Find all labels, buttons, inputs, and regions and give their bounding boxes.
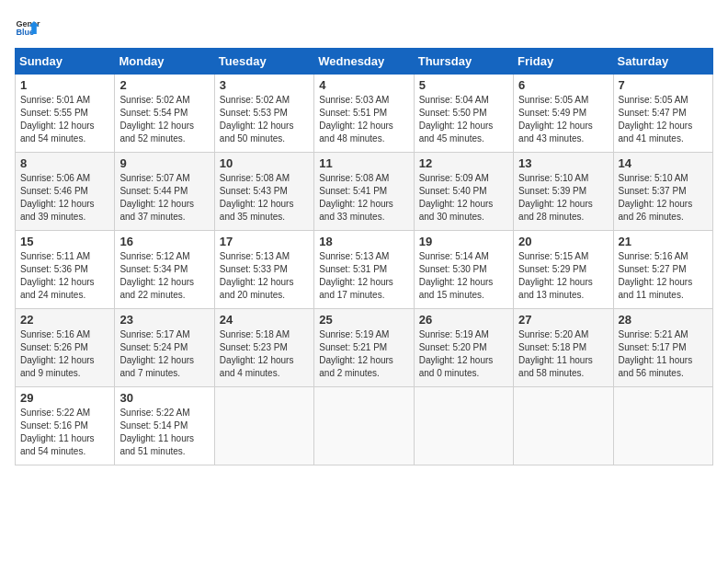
calendar-cell: 27 Sunrise: 5:20 AM Sunset: 5:18 PM Dayl… bbox=[514, 309, 613, 387]
calendar-cell: 11 Sunrise: 5:08 AM Sunset: 5:41 PM Dayl… bbox=[314, 153, 414, 231]
calendar-cell: 23 Sunrise: 5:17 AM Sunset: 5:24 PM Dayl… bbox=[115, 309, 214, 387]
calendar-cell: 18 Sunrise: 5:13 AM Sunset: 5:31 PM Dayl… bbox=[314, 231, 414, 309]
calendar-cell: 19 Sunrise: 5:14 AM Sunset: 5:30 PM Dayl… bbox=[414, 231, 513, 309]
calendar-header-row: SundayMondayTuesdayWednesdayThursdayFrid… bbox=[16, 49, 713, 75]
day-number: 11 bbox=[319, 156, 408, 170]
calendar-cell: 2 Sunrise: 5:02 AM Sunset: 5:54 PM Dayli… bbox=[115, 75, 214, 153]
calendar-cell: 9 Sunrise: 5:07 AM Sunset: 5:44 PM Dayli… bbox=[115, 153, 214, 231]
logo: General Blue bbox=[15, 15, 40, 40]
calendar-cell: 4 Sunrise: 5:03 AM Sunset: 5:51 PM Dayli… bbox=[314, 75, 414, 153]
calendar-cell: 26 Sunrise: 5:19 AM Sunset: 5:20 PM Dayl… bbox=[414, 309, 513, 387]
day-info: Sunrise: 5:15 AM Sunset: 5:29 PM Dayligh… bbox=[518, 250, 608, 302]
calendar-body: 1 Sunrise: 5:01 AM Sunset: 5:55 PM Dayli… bbox=[16, 75, 713, 465]
calendar-cell: 10 Sunrise: 5:08 AM Sunset: 5:43 PM Dayl… bbox=[214, 153, 313, 231]
calendar-cell: 5 Sunrise: 5:04 AM Sunset: 5:50 PM Dayli… bbox=[414, 75, 513, 153]
day-number: 4 bbox=[319, 78, 408, 92]
day-info: Sunrise: 5:22 AM Sunset: 5:16 PM Dayligh… bbox=[20, 407, 109, 458]
day-info: Sunrise: 5:10 AM Sunset: 5:39 PM Dayligh… bbox=[518, 172, 608, 224]
day-info: Sunrise: 5:02 AM Sunset: 5:53 PM Dayligh… bbox=[220, 94, 309, 145]
day-number: 13 bbox=[518, 156, 608, 170]
day-number: 10 bbox=[220, 156, 309, 170]
day-number: 21 bbox=[619, 235, 708, 248]
calendar-cell: 17 Sunrise: 5:13 AM Sunset: 5:33 PM Dayl… bbox=[214, 231, 313, 309]
day-info: Sunrise: 5:20 AM Sunset: 5:18 PM Dayligh… bbox=[518, 328, 608, 380]
calendar-week-row: 15 Sunrise: 5:11 AM Sunset: 5:36 PM Dayl… bbox=[16, 231, 713, 309]
calendar-cell: 29 Sunrise: 5:22 AM Sunset: 5:16 PM Dayl… bbox=[16, 387, 115, 465]
calendar-cell bbox=[514, 387, 613, 465]
calendar-cell: 14 Sunrise: 5:10 AM Sunset: 5:37 PM Dayl… bbox=[613, 153, 712, 231]
calendar-cell: 30 Sunrise: 5:22 AM Sunset: 5:14 PM Dayl… bbox=[115, 387, 214, 465]
calendar: SundayMondayTuesdayWednesdayThursdayFrid… bbox=[15, 48, 713, 465]
day-info: Sunrise: 5:05 AM Sunset: 5:47 PM Dayligh… bbox=[619, 94, 708, 145]
calendar-cell: 1 Sunrise: 5:01 AM Sunset: 5:55 PM Dayli… bbox=[16, 75, 115, 153]
calendar-week-row: 1 Sunrise: 5:01 AM Sunset: 5:55 PM Dayli… bbox=[16, 75, 713, 153]
day-info: Sunrise: 5:06 AM Sunset: 5:46 PM Dayligh… bbox=[20, 172, 109, 224]
day-number: 15 bbox=[20, 235, 109, 248]
day-number: 30 bbox=[119, 391, 209, 405]
day-info: Sunrise: 5:19 AM Sunset: 5:20 PM Dayligh… bbox=[419, 328, 508, 380]
day-number: 1 bbox=[20, 78, 109, 92]
day-number: 19 bbox=[419, 235, 508, 248]
day-info: Sunrise: 5:13 AM Sunset: 5:33 PM Dayligh… bbox=[220, 250, 309, 302]
day-number: 22 bbox=[20, 313, 109, 327]
weekday-header: Sunday bbox=[16, 49, 115, 75]
calendar-cell: 7 Sunrise: 5:05 AM Sunset: 5:47 PM Dayli… bbox=[613, 75, 712, 153]
calendar-cell: 13 Sunrise: 5:10 AM Sunset: 5:39 PM Dayl… bbox=[514, 153, 613, 231]
calendar-cell: 25 Sunrise: 5:19 AM Sunset: 5:21 PM Dayl… bbox=[314, 309, 414, 387]
day-info: Sunrise: 5:10 AM Sunset: 5:37 PM Dayligh… bbox=[619, 172, 708, 224]
weekday-header: Wednesday bbox=[314, 49, 414, 75]
day-number: 23 bbox=[119, 313, 209, 327]
day-number: 18 bbox=[319, 235, 408, 248]
day-number: 2 bbox=[119, 78, 209, 92]
day-number: 17 bbox=[220, 235, 309, 248]
day-number: 6 bbox=[518, 78, 608, 92]
calendar-week-row: 8 Sunrise: 5:06 AM Sunset: 5:46 PM Dayli… bbox=[16, 153, 713, 231]
header: General Blue bbox=[15, 15, 713, 40]
weekday-header: Saturday bbox=[613, 49, 712, 75]
day-number: 5 bbox=[419, 78, 508, 92]
day-info: Sunrise: 5:04 AM Sunset: 5:50 PM Dayligh… bbox=[419, 94, 508, 145]
day-info: Sunrise: 5:02 AM Sunset: 5:54 PM Dayligh… bbox=[119, 94, 209, 145]
day-number: 16 bbox=[119, 235, 209, 248]
day-info: Sunrise: 5:09 AM Sunset: 5:40 PM Dayligh… bbox=[419, 172, 508, 224]
day-info: Sunrise: 5:11 AM Sunset: 5:36 PM Dayligh… bbox=[20, 250, 109, 302]
day-info: Sunrise: 5:13 AM Sunset: 5:31 PM Dayligh… bbox=[319, 250, 408, 302]
day-number: 26 bbox=[419, 313, 508, 327]
day-info: Sunrise: 5:08 AM Sunset: 5:41 PM Dayligh… bbox=[319, 172, 408, 224]
calendar-cell bbox=[613, 387, 712, 465]
day-info: Sunrise: 5:14 AM Sunset: 5:30 PM Dayligh… bbox=[419, 250, 508, 302]
day-info: Sunrise: 5:21 AM Sunset: 5:17 PM Dayligh… bbox=[619, 328, 708, 380]
day-info: Sunrise: 5:12 AM Sunset: 5:34 PM Dayligh… bbox=[119, 250, 209, 302]
calendar-cell: 22 Sunrise: 5:16 AM Sunset: 5:26 PM Dayl… bbox=[16, 309, 115, 387]
logo-icon: General Blue bbox=[15, 15, 40, 40]
day-number: 20 bbox=[518, 235, 608, 248]
calendar-cell: 21 Sunrise: 5:16 AM Sunset: 5:27 PM Dayl… bbox=[613, 231, 712, 309]
day-info: Sunrise: 5:16 AM Sunset: 5:27 PM Dayligh… bbox=[619, 250, 708, 302]
day-info: Sunrise: 5:17 AM Sunset: 5:24 PM Dayligh… bbox=[119, 328, 209, 380]
day-number: 9 bbox=[119, 156, 209, 170]
weekday-header: Monday bbox=[115, 49, 214, 75]
calendar-cell: 16 Sunrise: 5:12 AM Sunset: 5:34 PM Dayl… bbox=[115, 231, 214, 309]
day-number: 24 bbox=[220, 313, 309, 327]
calendar-cell: 3 Sunrise: 5:02 AM Sunset: 5:53 PM Dayli… bbox=[214, 75, 313, 153]
day-number: 29 bbox=[20, 391, 109, 405]
day-number: 27 bbox=[518, 313, 608, 327]
calendar-week-row: 22 Sunrise: 5:16 AM Sunset: 5:26 PM Dayl… bbox=[16, 309, 713, 387]
day-info: Sunrise: 5:22 AM Sunset: 5:14 PM Dayligh… bbox=[119, 407, 209, 458]
svg-text:Blue: Blue bbox=[16, 28, 34, 37]
day-info: Sunrise: 5:01 AM Sunset: 5:55 PM Dayligh… bbox=[20, 94, 109, 145]
calendar-cell: 20 Sunrise: 5:15 AM Sunset: 5:29 PM Dayl… bbox=[514, 231, 613, 309]
calendar-cell: 24 Sunrise: 5:18 AM Sunset: 5:23 PM Dayl… bbox=[214, 309, 313, 387]
calendar-cell bbox=[414, 387, 513, 465]
svg-text:General: General bbox=[16, 19, 40, 29]
calendar-cell: 6 Sunrise: 5:05 AM Sunset: 5:49 PM Dayli… bbox=[514, 75, 613, 153]
calendar-cell bbox=[214, 387, 313, 465]
day-number: 3 bbox=[220, 78, 309, 92]
day-info: Sunrise: 5:07 AM Sunset: 5:44 PM Dayligh… bbox=[119, 172, 209, 224]
day-number: 7 bbox=[619, 78, 708, 92]
day-info: Sunrise: 5:16 AM Sunset: 5:26 PM Dayligh… bbox=[20, 328, 109, 380]
weekday-header: Tuesday bbox=[214, 49, 313, 75]
day-info: Sunrise: 5:18 AM Sunset: 5:23 PM Dayligh… bbox=[220, 328, 309, 380]
day-number: 12 bbox=[419, 156, 508, 170]
day-number: 14 bbox=[619, 156, 708, 170]
